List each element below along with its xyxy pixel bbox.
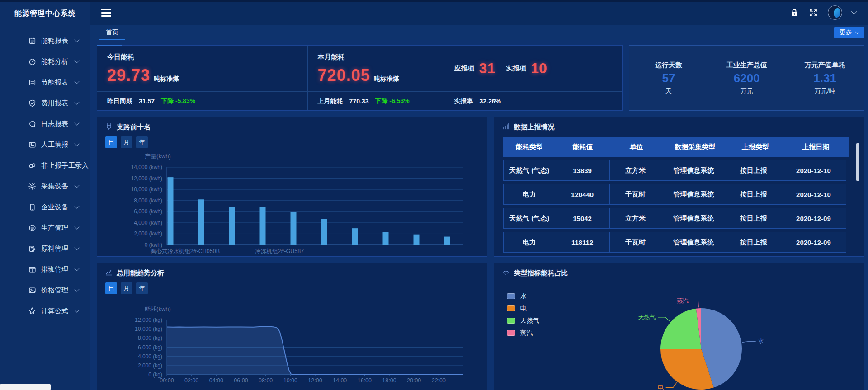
sidebar-item-10[interactable]: 原料管理 [0,238,90,259]
gauge-icon [28,57,36,66]
fullscreen-icon[interactable] [809,8,818,17]
sidebar-item-11[interactable]: 排班管理 [0,259,90,280]
column-header: 数据采集类型 [662,137,728,157]
svg-text:00:00: 00:00 [160,377,174,384]
chevron-down-icon [74,99,79,104]
table-cell: 按日上报 [726,208,781,229]
table-cell: 管理信息系统 [661,208,726,229]
svg-text:0 (kg): 0 (kg) [148,371,162,378]
svg-text:06:00: 06:00 [234,377,248,384]
horizontal-scrollbar-thumb[interactable] [0,384,51,390]
legend-item-天然气[interactable]: 天然气 [507,315,539,327]
chevron-down-icon[interactable] [851,9,857,14]
table-scrollbar-thumb[interactable] [856,143,859,181]
trend-area [167,327,463,375]
tab-home[interactable]: 首页 [96,25,128,40]
legend-label: 电 [520,305,526,313]
period-toggle-0[interactable]: 日 [105,282,117,294]
sidebar-item-label: 价格管理 [41,286,68,295]
charts-row-2: 总用能趋势分析 日月年 能耗(kwh)0 (kg)2,000 (kg)4,000… [97,263,864,390]
sidebar-item-label: 企业设备 [41,203,68,211]
trend-line-chart: 能耗(kwh)0 (kg)2,000 (kg)4,000 (kg)6,000 (… [99,297,483,387]
legend-item-水[interactable]: 水 [507,290,539,302]
svg-text:08:00: 08:00 [259,377,273,384]
more-chevron-icon [855,30,860,34]
report-table-body: 天然气 (气态)13839立方米管理信息系统按日上报2020-12-10电力12… [503,160,849,253]
period-toggle-2[interactable]: 年 [136,282,148,294]
svg-text:6,000 (kg): 6,000 (kg) [138,344,162,351]
column-header: 能耗值 [555,137,610,157]
period-toggle-2[interactable]: 年 [136,136,148,148]
branch-period-toggles: 日月年 [105,136,487,148]
sidebar-item-2[interactable]: 节能报表 [0,72,90,93]
legend-swatch [507,330,515,336]
chevron-down-icon [74,141,79,146]
table-cell: 118112 [555,232,610,253]
legend-item-电[interactable]: 电 [507,302,539,315]
chevron-down-icon [74,245,79,250]
legend-item-蒸汽[interactable]: 蒸汽 [507,327,539,339]
svg-text:冷冻机组2#-GU587: 冷冻机组2#-GU587 [255,248,304,254]
hamburger-icon[interactable] [101,7,111,19]
table-cell: 120440 [555,184,610,205]
sidebar-item-3[interactable]: 费用报表 [0,93,90,113]
sidebar-item-label: 非上报手工录入 [41,161,89,170]
sidebar-item-4[interactable]: 日志报表 [0,113,90,134]
period-toggle-1[interactable]: 月 [121,282,132,294]
sidebar-item-0[interactable]: 能耗报表 [0,30,90,51]
more-button[interactable]: 更多 [834,27,864,38]
report-rate-label: 实报率 [454,97,473,105]
table-cell: 电力 [503,232,555,253]
sidebar-item-label: 排班管理 [41,265,68,274]
topbar [90,0,868,25]
chevron-down-icon [74,183,79,188]
actual-items-label: 实报项 [506,64,526,73]
table-cell: 按日上报 [726,184,781,205]
svg-text:12,000 (kwh): 12,000 (kwh) [131,175,162,182]
svg-text:0 (kwh): 0 (kwh) [145,242,162,248]
chevron-down-icon [74,58,79,63]
report-panel-title: 数据上报情况 [514,123,554,132]
sidebar-item-5[interactable]: 人工填报 [0,134,90,155]
yesterday-value: 31.57 [139,98,155,105]
period-toggle-1[interactable]: 月 [121,136,132,148]
sidebar-item-8[interactable]: 企业设备 [0,197,90,217]
sidebar-item-12[interactable]: 价格管理 [0,280,90,301]
svg-text:8,000 (kg): 8,000 (kg) [138,335,162,341]
sidebar-item-label: 节能报表 [41,78,68,87]
tabbar: 首页 更多 [90,25,868,40]
table-cell: 13839 [555,160,610,181]
shield-icon [28,99,36,107]
svg-text:16:00: 16:00 [358,377,372,384]
svg-text:离心式冷水机组2#-CH050B: 离心式冷水机组2#-CH050B [151,248,220,254]
image-icon [28,141,36,149]
sidebar-item-7[interactable]: 采集设备 [0,176,90,197]
sidebar-item-1[interactable]: 能耗分析 [0,51,90,72]
month-energy-unit: 吨标准煤 [374,75,399,83]
svg-text:12:00: 12:00 [308,377,322,384]
sidebar-item-9[interactable]: 生产管理 [0,217,90,238]
schedule-icon [28,265,36,273]
last-month-value: 770.33 [349,98,369,105]
yesterday-label: 昨日同期 [107,97,132,105]
main-area: 首页 更多 今日能耗 29.73 吨标准煤 [90,0,868,390]
kpi-row: 今日能耗 29.73 吨标准煤 本月能耗 720.05 吨标准煤 [97,45,864,111]
svg-text:10,000 (kg): 10,000 (kg) [135,326,162,332]
table-cell: 立方米 [609,208,661,229]
lock-icon[interactable] [790,8,799,17]
sidebar-item-label: 采集设备 [41,182,68,191]
avatar[interactable] [828,5,842,20]
star-icon [28,307,36,315]
svg-text:10:00: 10:00 [283,377,297,384]
signal-icon [502,123,509,132]
chevron-down-icon [74,266,79,271]
sidebar-item-6[interactable]: 非上报手工录入 [0,155,90,176]
last-month-label: 上月能耗 [318,97,343,105]
report-table-header: 能耗类型能耗值单位数据采集类型上报类型上报日期 [503,137,849,157]
today-energy-unit: 吨标准煤 [154,75,179,83]
table-row: 天然气 (气态)15042立方米管理信息系统按日上报2020-12-09 [503,208,849,229]
svg-text:能耗(kwh): 能耗(kwh) [145,305,171,312]
sidebar-item-13[interactable]: 计算公式 [0,301,90,321]
svg-text:产量(kwh): 产量(kwh) [145,153,171,160]
period-toggle-0[interactable]: 日 [105,136,117,148]
